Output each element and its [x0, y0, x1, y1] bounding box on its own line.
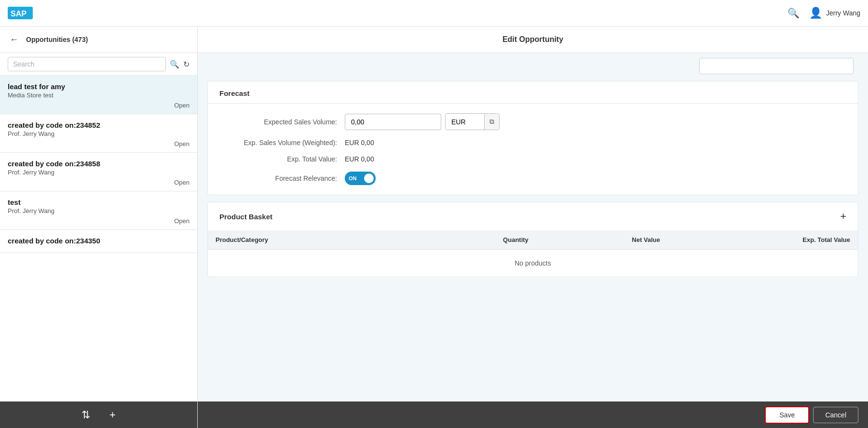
- sidebar-search-bar: 🔍 ↻: [0, 53, 197, 76]
- top-field-input[interactable]: [699, 58, 854, 74]
- content-body: Forecast Expected Sales Volume: ⧉ Exp. S…: [198, 53, 868, 401]
- product-basket-section: Product Basket + Product/Category Quanti…: [207, 202, 858, 277]
- add-opportunity-button[interactable]: +: [109, 409, 116, 421]
- item-status: Open: [8, 140, 190, 147]
- currency-combo: ⧉: [445, 113, 500, 130]
- sidebar-header: ← Opportunities (473): [0, 27, 197, 53]
- item-status: Open: [8, 217, 190, 225]
- col-product-category: Product/Category: [208, 230, 413, 250]
- list-item[interactable]: lead test for amy Media Store test Open: [0, 76, 197, 114]
- sort-button[interactable]: ⇅: [81, 409, 90, 421]
- opportunities-list: lead test for amy Media Store test Open …: [0, 76, 197, 401]
- currency-input[interactable]: [446, 114, 484, 130]
- search-button[interactable]: 🔍: [170, 60, 179, 69]
- item-status: Open: [8, 179, 190, 186]
- toggle-on-label: ON: [349, 175, 357, 181]
- refresh-button[interactable]: ↻: [183, 60, 190, 69]
- content-area: Edit Opportunity Forecast Expected Sales…: [198, 27, 868, 428]
- back-button[interactable]: ←: [8, 33, 20, 47]
- item-title: created by code on:234350: [8, 237, 190, 245]
- exp-total-value-value: EUR 0,00: [345, 155, 374, 163]
- forecast-relevance-label: Forecast Relevance:: [219, 174, 345, 182]
- exp-total-value-row: Exp. Total Value: EUR 0,00: [219, 155, 846, 163]
- product-table: Product/Category Quantity Net Value Exp.…: [208, 230, 858, 277]
- exp-total-value-label: Exp. Total Value:: [219, 155, 345, 163]
- header-right: 🔍 👤 Jerry Wang: [787, 7, 860, 19]
- toggle-knob: [364, 174, 374, 183]
- list-item[interactable]: created by code on:234858 Prof. Jerry Wa…: [0, 153, 197, 191]
- add-product-button[interactable]: +: [840, 210, 846, 223]
- list-item[interactable]: created by code on:234350: [0, 230, 197, 253]
- main-layout: ← Opportunities (473) 🔍 ↻ lead test for …: [0, 27, 868, 428]
- forecast-relevance-row: Forecast Relevance: ON: [219, 172, 846, 185]
- sidebar: ← Opportunities (473) 🔍 ↻ lead test for …: [0, 27, 198, 428]
- global-search-icon[interactable]: 🔍: [787, 7, 800, 19]
- item-title: lead test for amy: [8, 82, 190, 91]
- content-header: Edit Opportunity: [198, 27, 868, 53]
- product-basket-header: Product Basket +: [208, 202, 858, 230]
- no-products-text: No products: [208, 250, 858, 277]
- user-name-label: Jerry Wang: [826, 9, 860, 17]
- page-title: Edit Opportunity: [502, 35, 563, 44]
- item-subtitle: Prof. Jerry Wang: [8, 130, 190, 137]
- search-input[interactable]: [8, 57, 166, 71]
- sap-logo[interactable]: SAP: [8, 7, 33, 19]
- item-subtitle: Prof. Jerry Wang: [8, 169, 190, 176]
- save-button[interactable]: Save: [765, 406, 809, 424]
- col-exp-total-value: Exp. Total Value: [668, 230, 858, 250]
- sidebar-footer: ⇅ +: [0, 401, 197, 428]
- table-row: No products: [208, 250, 858, 277]
- sidebar-title: Opportunities (473): [26, 36, 190, 43]
- exp-sales-volume-weighted-value: EUR 0,00: [345, 139, 374, 147]
- app-header: SAP 🔍 👤 Jerry Wang: [0, 0, 868, 27]
- item-title: created by code on:234858: [8, 160, 190, 168]
- currency-copy-button[interactable]: ⧉: [484, 114, 499, 130]
- item-subtitle: Prof. Jerry Wang: [8, 207, 190, 214]
- list-item[interactable]: test Prof. Jerry Wang Open: [0, 191, 197, 230]
- user-menu[interactable]: 👤 Jerry Wang: [809, 7, 860, 19]
- svg-text:SAP: SAP: [11, 10, 27, 18]
- list-item[interactable]: created by code on:234852 Prof. Jerry Wa…: [0, 114, 197, 153]
- expected-sales-volume-label: Expected Sales Volume:: [219, 118, 345, 126]
- bottom-action-bar: Save Cancel: [198, 401, 868, 428]
- cancel-button[interactable]: Cancel: [813, 407, 858, 423]
- expected-sales-volume-row: Expected Sales Volume: ⧉: [219, 113, 846, 130]
- top-input-area: [198, 53, 868, 74]
- item-title: created by code on:234852: [8, 121, 190, 129]
- exp-sales-volume-weighted-row: Exp. Sales Volume (Weighted): EUR 0,00: [219, 139, 846, 147]
- col-quantity: Quantity: [413, 230, 536, 250]
- exp-sales-volume-weighted-label: Exp. Sales Volume (Weighted):: [219, 139, 345, 147]
- product-basket-title: Product Basket: [219, 213, 272, 221]
- expected-sales-volume-input[interactable]: [345, 114, 441, 130]
- forecast-section-body: Expected Sales Volume: ⧉ Exp. Sales Volu…: [208, 104, 858, 195]
- forecast-relevance-toggle[interactable]: ON: [345, 172, 376, 185]
- forecast-section: Forecast Expected Sales Volume: ⧉ Exp. S…: [207, 81, 858, 195]
- forecast-section-title: Forecast: [208, 81, 858, 104]
- item-subtitle: Media Store test: [8, 92, 190, 99]
- item-title: test: [8, 198, 190, 206]
- item-status: Open: [8, 102, 190, 109]
- forecast-relevance-toggle-container: ON: [345, 172, 376, 185]
- user-avatar-icon: 👤: [809, 7, 822, 19]
- col-net-value: Net Value: [536, 230, 668, 250]
